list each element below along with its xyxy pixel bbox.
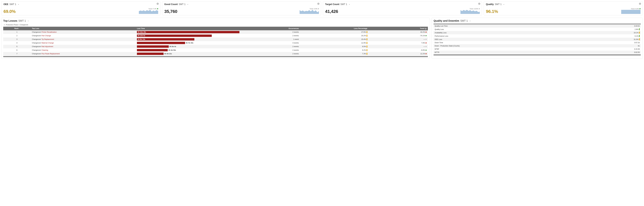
- pct-pill-icon: [366, 46, 367, 48]
- cell-occurrences: 2 events: [241, 30, 300, 34]
- cell-rank: 7: [3, 52, 31, 56]
- table-row[interactable]: 1 Changeover Printer Recalibration 0h 16…: [3, 30, 428, 34]
- expand-icon[interactable]: »: [349, 3, 350, 5]
- expand-icon[interactable]: »: [18, 3, 19, 5]
- info-icon[interactable]: i: [478, 3, 480, 5]
- trend-dot-icon: [640, 8, 640, 9]
- cell-occurrences: 2 events: [241, 48, 300, 52]
- kpi-trend: Trend -4.9%: [310, 8, 319, 10]
- loss-category: Changeover: [32, 42, 41, 44]
- filter-pill[interactable]: ▼ Production Phase = Changeover: [4, 24, 428, 26]
- horizontal-scrollbar[interactable]: [434, 54, 641, 55]
- kpi-value: 41,426: [325, 9, 338, 14]
- info-icon[interactable]: i: [156, 3, 159, 5]
- quality-row[interactable]: Availability Loss 19.1%: [434, 31, 641, 34]
- cell-occurrences: 3 events: [241, 41, 300, 45]
- quality-value: 2.8%: [634, 28, 640, 30]
- cell-trend: 44.2%: [369, 30, 428, 34]
- kpi-trend: Trend +7.4%: [148, 8, 158, 10]
- table-row[interactable]: 4 Changeover Material Change 0h 7m 43s 3…: [3, 41, 428, 45]
- filter-text: Production Phase = Changeover: [6, 24, 28, 26]
- col-trend[interactable]: Trendi: [369, 27, 428, 30]
- quality-row[interactable]: Down Time 3:57:20: [434, 41, 641, 44]
- kpi-row: OEE SMT 1 » i 69.0% Trend +7.4% Good Cou…: [1, 1, 643, 15]
- col-toploss[interactable]: Top Loss: [31, 27, 136, 30]
- col-lost[interactable]: Lost Time: [136, 27, 241, 30]
- value-pill-icon: [639, 28, 640, 30]
- panel-row: Top Losses SMT 1 » ▼ Production Phase = …: [1, 18, 643, 59]
- cell-trend: -74.1%: [369, 34, 428, 38]
- col-rank[interactable]: Rank↑: [3, 27, 31, 30]
- quality-row[interactable]: MTBF 0:15:36: [434, 48, 641, 51]
- kpi-title: Good Count: [164, 3, 178, 6]
- cell-toploss: Changeover Printer Recalibration: [31, 30, 136, 34]
- cell-toploss: Changeover Flux Paste Replacement: [31, 52, 136, 56]
- col-loss-percentage[interactable]: Loss Percentage: [300, 27, 369, 30]
- quality-label: Down - Production State (Counts): [434, 45, 460, 47]
- col-occurrences[interactable]: Occurrences: [241, 27, 300, 30]
- table-row[interactable]: 7 Changeover Flux Paste Replacement 0h 4…: [3, 52, 428, 56]
- bar-value: 0h 12m 5s: [137, 35, 145, 37]
- quality-row[interactable]: Performance Loss 9.1%: [434, 34, 641, 38]
- table-row[interactable]: 6 Changeover Cleaning 0h 4m 54s 2 events…: [3, 48, 428, 52]
- expand-icon[interactable]: »: [28, 20, 28, 22]
- quality-label: MTTR: [434, 51, 439, 53]
- kpi-trend: Trend +0.4%: [631, 8, 640, 10]
- kpi-subtitle: SMT 1: [340, 3, 347, 6]
- table-row[interactable]: 2 Changeover Part Change 0h 12m 5s 2 eve…: [3, 34, 428, 38]
- cell-rank: 2: [3, 34, 31, 38]
- trend-dot-icon: [157, 8, 158, 9]
- kpi-subtitle: SMT 1: [10, 3, 16, 6]
- quality-row[interactable]: MTTR 0:02:55: [434, 51, 641, 54]
- trend-dot-icon: [426, 35, 426, 36]
- trend-label: Trend +7.4%: [148, 8, 156, 10]
- table-header-row: Rank↑ Top Loss Lost Time Occurrences Los…: [3, 27, 428, 30]
- top-losses-title: Top Losses: [3, 19, 18, 22]
- kpi-title: Quality: [486, 3, 494, 6]
- horizontal-scrollbar[interactable]: [3, 56, 428, 57]
- trend-value: -74.1%: [420, 35, 425, 37]
- trend-label: Trend -4.9%: [310, 8, 317, 10]
- info-icon[interactable]: i: [425, 28, 426, 30]
- pct-value: 20.2%: [361, 35, 366, 37]
- cell-occurrences: 2 events: [241, 34, 300, 38]
- cell-loss-percentage: 27.6%: [300, 30, 369, 34]
- quality-row[interactable]: OEE Loss 31.0%: [434, 38, 641, 41]
- loss-name: Material Change: [42, 42, 54, 44]
- quality-label: Performance Loss: [434, 35, 448, 37]
- quality-label: OEE Loss: [434, 38, 442, 40]
- bar-value: 0h 5m 4s: [170, 46, 176, 48]
- quality-value: 19.1%: [634, 32, 640, 34]
- expand-icon[interactable]: »: [503, 3, 504, 5]
- kpi-card-target count[interactable]: Target Count SMT 1 » i 41,426 Trend -10.…: [323, 1, 482, 15]
- quality-row[interactable]: Down - Production State (Counts) 81: [434, 44, 641, 48]
- kpi-card-oee[interactable]: OEE SMT 1 » i 69.0% Trend +7.4%: [1, 1, 160, 15]
- bar-value: 0h 4m 54s: [168, 49, 176, 51]
- pct-value: 15.4%: [361, 38, 366, 40]
- kpi-card-quality[interactable]: Quality SMT 1 » i 96.1% Trend +0.4%: [484, 1, 643, 15]
- sparkline: [300, 10, 319, 14]
- loss-category: Changeover: [32, 38, 41, 40]
- trend-dot-icon: [318, 8, 319, 9]
- col-rank-label: Rank: [14, 28, 18, 29]
- info-icon[interactable]: i: [317, 3, 320, 5]
- cell-trend: —: [369, 45, 428, 48]
- pct-pill-icon: [366, 31, 367, 33]
- quality-title: Quality and Downtim: [434, 19, 459, 22]
- table-row[interactable]: 3 Changeover Tip Replacement 0h 9m 13s 1…: [3, 38, 428, 41]
- cell-occurrences: 2 events: [241, 52, 300, 56]
- quality-row[interactable]: Quality Loss 2.8%: [434, 28, 641, 31]
- bar-value: 0h 4m 21s: [164, 53, 172, 55]
- value-pill-icon: [639, 35, 640, 37]
- sparkline: [139, 10, 158, 14]
- kpi-title: OEE: [4, 3, 8, 6]
- cell-loss-percentage: 20.2%: [300, 34, 369, 38]
- expand-icon[interactable]: »: [470, 20, 470, 22]
- quality-row[interactable]: Quality Lost Time 0:43:52: [434, 24, 641, 28]
- value-pill-icon: [639, 32, 640, 34]
- table-row[interactable]: 5 Changeover Rail Adjustment 0h 5m 4s 2 …: [3, 45, 428, 48]
- pct-value: 8.2%: [362, 49, 366, 51]
- info-icon[interactable]: i: [639, 3, 641, 5]
- kpi-card-good count[interactable]: Good Count SMT 1 » i 35,760 Trend -4.9%: [162, 1, 321, 15]
- expand-icon[interactable]: »: [187, 3, 188, 5]
